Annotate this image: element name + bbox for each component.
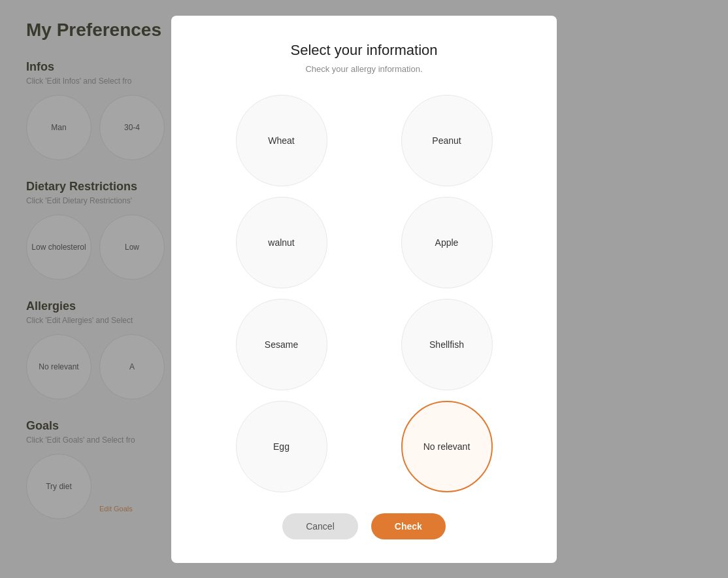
- modal-subtitle: Check your allergy information.: [204, 64, 524, 74]
- option-walnut[interactable]: walnut: [236, 197, 327, 288]
- modal: Select your information Check your aller…: [171, 16, 557, 563]
- cancel-button[interactable]: Cancel: [282, 513, 358, 539]
- option-peanut[interactable]: Peanut: [401, 95, 493, 186]
- options-grid: Wheat Peanut walnut Apple Sesame Shellfi…: [204, 95, 524, 492]
- option-no-relevant[interactable]: No relevant: [401, 401, 493, 492]
- check-button[interactable]: Check: [371, 513, 446, 539]
- modal-title: Select your information: [204, 42, 524, 59]
- modal-actions: Cancel Check: [204, 513, 524, 539]
- option-egg[interactable]: Egg: [236, 401, 327, 492]
- option-shellfish[interactable]: Shellfish: [401, 299, 493, 390]
- option-wheat[interactable]: Wheat: [236, 95, 327, 186]
- option-apple[interactable]: Apple: [401, 197, 493, 288]
- option-sesame[interactable]: Sesame: [236, 299, 327, 390]
- modal-overlay: Select your information Check your aller…: [0, 0, 728, 578]
